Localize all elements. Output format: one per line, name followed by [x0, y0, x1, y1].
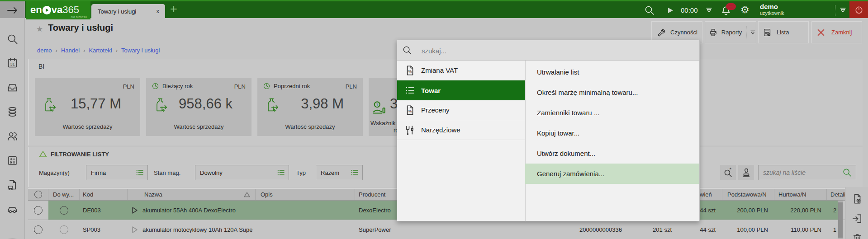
add-record-icon[interactable]	[851, 193, 863, 205]
logo-tagline: dla biznesu	[71, 15, 87, 19]
card-period: Bieżący rok	[162, 83, 193, 89]
sidebar-inbox-icon[interactable]	[6, 81, 19, 94]
cell-podstawowa: 100,00 PLN	[722, 220, 774, 239]
sidebar-calendar-icon[interactable]: 31	[6, 57, 19, 69]
sidebar-database-icon[interactable]	[6, 106, 19, 118]
new-tab-button[interactable]: +	[170, 2, 177, 16]
menu-item-przeceny[interactable]: % Przeceny	[397, 100, 525, 120]
clock-dropdown-caret-icon[interactable]	[706, 7, 712, 13]
user-dropdown-caret-icon[interactable]	[840, 7, 846, 13]
list-search-icon[interactable]	[842, 168, 852, 178]
search-icon[interactable]	[644, 5, 655, 16]
submenu-generuj-zamowienia[interactable]: Generuj zamówienia...	[525, 164, 699, 184]
menu-search-input[interactable]	[421, 44, 517, 57]
tab-close-icon[interactable]: x	[157, 8, 160, 14]
play-icon[interactable]	[667, 7, 674, 14]
app-logo[interactable]: enva365 dla biznesu	[26, 1, 90, 19]
card-label: Wartość sprzedaży	[146, 123, 251, 130]
row-dowy-circle[interactable]	[48, 220, 80, 239]
gear-icon[interactable]: ⚙	[740, 4, 749, 16]
bi-card-previous-year[interactable]: Poprzedni rok PLN 3,98 M Wartość sprzeda…	[257, 78, 363, 136]
menu-item-narzedziowe[interactable]: Narzędziowe	[397, 120, 525, 140]
currency-label: PLN	[234, 83, 246, 90]
user-info[interactable]: demo uzytkownik	[760, 3, 784, 16]
cell-zamowien: 44 szt	[677, 220, 722, 239]
open-record-icon[interactable]	[851, 213, 863, 225]
bi-card-sales-total[interactable]: PLN 15,77 M Wartość sprzedaży	[35, 78, 140, 136]
logout-power-button[interactable]	[849, 1, 868, 18]
cell-producent: SuperPower	[355, 220, 453, 239]
expand-play-icon[interactable]	[131, 226, 138, 234]
sidebar-vehicles-icon[interactable]	[6, 203, 19, 215]
list-search-box[interactable]	[758, 165, 856, 180]
header-do-wy[interactable]: Do wy...	[48, 189, 80, 200]
header-select-all[interactable]	[28, 189, 48, 200]
advanced-search-button[interactable]: *	[720, 165, 736, 180]
cell-hurtowa: 110,00 PLN	[774, 220, 827, 239]
zamknij-button[interactable]: Zamknij	[811, 21, 862, 43]
clock-icon	[152, 82, 159, 90]
header-nazwa[interactable]: Nazwa	[128, 189, 256, 200]
card-label-line1: Wskaźnik	[370, 120, 396, 127]
submenu-okresl-marze[interactable]: Określ marżę minimalną towaru...	[525, 82, 699, 103]
stamp-filter-button[interactable]	[738, 165, 754, 180]
breadcrumb-kartoteki[interactable]: Kartoteki	[89, 47, 112, 54]
sidebar-toggle-button[interactable]	[0, 1, 25, 19]
expand-play-icon[interactable]	[131, 206, 138, 214]
cell-kod: SP003	[80, 220, 128, 239]
submenu-utworz-dokument[interactable]: Utwórz dokument...	[525, 143, 699, 164]
lista-label: Lista	[777, 29, 789, 36]
sidebar-calculator-icon[interactable]	[6, 155, 19, 167]
submenu-zamienniki-towaru[interactable]: Zamienniki towaru ...	[525, 103, 699, 123]
zamknij-label: Zamknij	[831, 29, 852, 36]
sidebar-search-icon[interactable]	[6, 33, 19, 45]
document-percent-icon: %	[404, 65, 416, 76]
header-kod[interactable]: Kod	[80, 189, 128, 200]
header-detaliczna[interactable]: Detalicz	[827, 189, 845, 200]
menu-item-zmiana-vat[interactable]: % Zmiana VAT	[397, 61, 525, 80]
sidebar-delivery-doc-icon[interactable]	[6, 179, 19, 191]
submenu-utrwalanie-list[interactable]: Utrwalanie list	[525, 62, 699, 82]
delete-record-icon[interactable]	[852, 233, 863, 239]
breadcrumb-towary[interactable]: Towary i usługi	[121, 47, 160, 54]
list-search-input[interactable]	[759, 169, 842, 176]
breadcrumb-demo[interactable]: demo	[37, 47, 52, 54]
magazyny-filter[interactable]: Firma	[86, 165, 148, 180]
raporty-button[interactable]: Raporty	[705, 21, 756, 43]
cell-podstawowa: 200,00 PLN	[722, 201, 774, 220]
cell-nazwa: akumulator 55Ah 400A DexoElectro	[128, 201, 256, 220]
bottle-out-icon	[41, 97, 58, 114]
cell-detaliczna-fragment: 1	[827, 220, 838, 239]
bottle-out-icon	[152, 97, 170, 114]
menu-item-towar[interactable]: Towar	[397, 80, 525, 100]
sidebar-contacts-icon[interactable]	[6, 130, 19, 142]
menu-search-box[interactable]	[397, 40, 699, 61]
row-select-circle[interactable]	[28, 220, 48, 239]
card-value: 15,77 M	[71, 96, 121, 112]
breadcrumb-handel[interactable]: Handel	[61, 47, 80, 54]
typ-filter[interactable]: Razem	[316, 165, 363, 180]
row-select-circle[interactable]	[28, 201, 48, 220]
header-podstawowa[interactable]: Podstawowa/N	[722, 189, 774, 200]
lista-button[interactable]: Lista	[758, 21, 809, 43]
tab-towary-i-uslugi[interactable]: Towary i usługi x	[91, 4, 165, 19]
header-hurtowa[interactable]: Hurtowa/N	[774, 189, 827, 200]
header-opis[interactable]: Opis	[256, 189, 355, 200]
bell-icon[interactable]: ...	[720, 5, 732, 17]
session-clock: 00:00	[681, 6, 698, 14]
stan-mag-filter[interactable]: Dowolny	[195, 165, 289, 180]
submenu-kopiuj-towar[interactable]: Kopiuj towar...	[525, 123, 699, 143]
user-role: uzytkownik	[760, 10, 784, 16]
scrollbar-thumb[interactable]	[838, 202, 843, 238]
bi-card-current-year[interactable]: Bieżący rok PLN 958,66 k Wartość sprzeda…	[146, 78, 251, 136]
notification-badge: ...	[726, 3, 736, 10]
table-scrollbar[interactable]	[838, 201, 843, 239]
svg-text:31: 31	[10, 61, 15, 66]
favorite-star-icon[interactable]: ★	[36, 24, 43, 34]
raporty-dropdown-caret-icon[interactable]	[750, 30, 756, 35]
power-icon	[854, 5, 864, 15]
row-dowy-circle[interactable]	[48, 201, 80, 220]
table-row[interactable]: SP003 akumulator motocyklowy 10Ah 120A S…	[28, 220, 845, 239]
card-label: Wartość sprzedaży	[257, 123, 363, 130]
filter-collapse-triangle-icon[interactable]	[39, 150, 47, 158]
